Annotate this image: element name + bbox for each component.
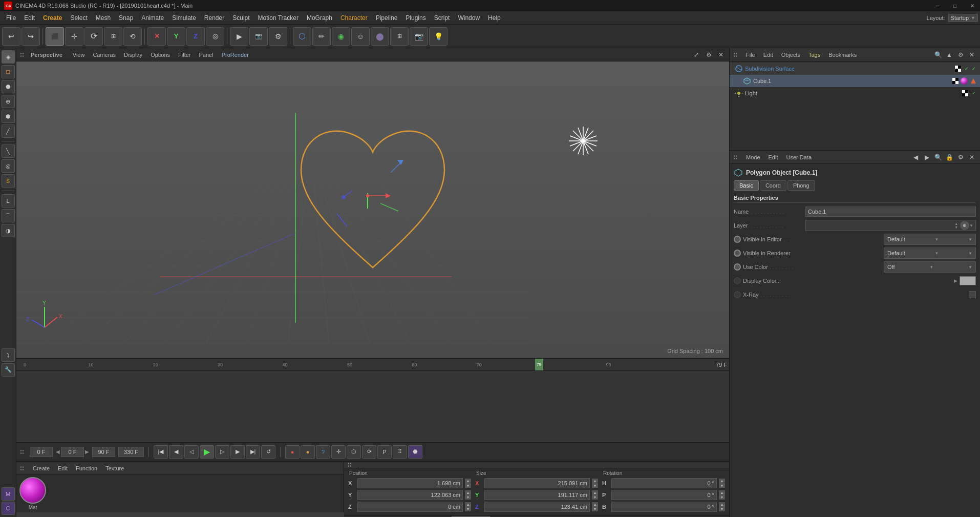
props-lock[interactable]: 🔒 [944,152,954,162]
render-settings-button[interactable]: ⚙ [269,27,287,46]
vp-menu-prorender[interactable]: ProRender [220,51,251,59]
menu-simulate[interactable]: Simulate [168,12,200,24]
object-mode-button[interactable]: ◈ [2,50,15,64]
close-button[interactable]: ✕ [965,0,980,11]
om-close[interactable]: ✕ [967,50,977,60]
transform-tool-button[interactable]: ⟲ [123,27,142,46]
menu-mesh[interactable]: Mesh [92,12,115,24]
rot-h-input[interactable] [611,478,717,488]
props-menu-userdata[interactable]: User Data [784,153,814,161]
record-all-button[interactable]: ● [301,445,315,459]
delete-key-button[interactable]: ⟳ [362,445,376,459]
move-key-button[interactable]: ✛ [331,445,346,459]
loop-button[interactable]: ↺ [261,445,275,459]
rot-h-up[interactable]: ▲ [719,479,725,483]
polygon-mode-button[interactable]: ⬣ [2,80,15,93]
size-y-down[interactable]: ▼ [592,495,598,500]
go-to-end-button[interactable]: ▶| [246,445,260,459]
props-close[interactable]: ✕ [967,152,977,162]
viewport[interactable]: Perspective View Cameras Display Options… [16,48,729,358]
size-x-down[interactable]: ▼ [592,483,598,488]
om-menu-edit[interactable]: Edit [761,51,775,59]
extra-1[interactable]: M [2,487,15,501]
obj-row-subdivision[interactable]: Subdivision Surface ✓ ✓ [730,63,980,75]
om-menu-objects[interactable]: Objects [779,51,802,59]
magnet-tool[interactable]: ◎ [2,159,15,173]
rot-b-down[interactable]: ▼ [719,507,725,511]
undo-button[interactable]: ↩ [2,27,20,46]
vp-settings[interactable]: ⚙ [704,50,714,60]
props-visible-editor-dropdown[interactable]: Default ▼ [884,234,976,245]
pos-y-down[interactable]: ▼ [465,495,471,500]
live-selection-button[interactable]: ⬢ [2,110,15,123]
menu-snap[interactable]: Snap [115,12,137,24]
display-color-swatch[interactable] [960,276,976,285]
pos-x-up[interactable]: ▲ [465,479,471,483]
om-nav-up[interactable]: ▲ [944,50,954,60]
size-y-input[interactable] [484,490,590,500]
size-x-input[interactable] [484,478,590,488]
scale-tool-button[interactable]: ⊞ [104,27,122,46]
menu-character[interactable]: Character [336,12,372,24]
props-menu-mode[interactable]: Mode [744,153,762,161]
pos-y-up[interactable]: ▲ [465,490,471,495]
material-button[interactable]: ◉ [332,27,350,46]
brush-tool[interactable]: ⌒ [2,209,15,222]
rot-b-input[interactable] [611,502,717,512]
obj-row-light[interactable]: Light ✓ [730,87,980,99]
rot-p-down[interactable]: ▼ [719,495,725,500]
visible-renderer-radio[interactable] [734,250,741,257]
size-z-up[interactable]: ▲ [592,502,598,507]
vp-menu-filter[interactable]: Filter [176,51,193,59]
frame-current-input[interactable] [61,447,84,457]
menu-render[interactable]: Render [200,12,228,24]
rot-b-up[interactable]: ▲ [719,502,725,507]
mat-menu-edit[interactable]: Edit [56,464,70,472]
character-button[interactable]: ☺ [351,27,370,46]
snap-tool[interactable]: 🔧 [2,363,15,377]
menu-script[interactable]: Script [430,12,454,24]
prev-frame-button[interactable]: ◀ [169,445,183,459]
size-x-up[interactable]: ▲ [592,479,598,483]
vp-menu-cameras[interactable]: Cameras [91,51,118,59]
rotate-tool-button[interactable]: ⟳ [84,27,103,46]
menu-window[interactable]: Window [454,12,484,24]
next-frame-button[interactable]: ▶ [230,445,245,459]
frame-start-input[interactable] [30,447,53,457]
menu-animate[interactable]: Animate [137,12,168,24]
use-color-radio[interactable] [734,263,741,271]
frame-end-input[interactable] [92,447,115,457]
menu-sculpt[interactable]: Sculpt [228,12,253,24]
go-to-start-button[interactable]: |◀ [154,445,168,459]
extra-2[interactable]: C [2,502,15,515]
props-tab-basic[interactable]: Basic [734,180,759,191]
vp-maximize[interactable]: ⤢ [691,50,701,60]
display-button[interactable]: ⊞ [390,27,409,46]
props-name-input[interactable] [805,206,976,217]
play-button[interactable]: ▶ [230,27,248,46]
menu-motion-tracker[interactable]: Motion Tracker [254,12,303,24]
keying-button[interactable]: ⠿ [393,445,407,459]
props-use-color-dropdown[interactable]: Off ▼ [884,261,976,273]
move-tool-button[interactable]: ✛ [65,27,83,46]
select-tool-button[interactable]: ⬛ [46,27,64,46]
flow-tool[interactable]: ⤵ [2,348,15,362]
mat-menu-create[interactable]: Create [31,464,52,472]
edge-mode-button[interactable]: ⊡ [2,65,15,78]
props-search[interactable]: 🔍 [933,152,943,162]
menu-edit[interactable]: Edit [20,12,39,24]
pos-z-up[interactable]: ▲ [465,502,471,507]
frame-preview-input[interactable] [118,447,144,457]
help-button[interactable]: ? [316,445,330,459]
sculpt-button[interactable]: ⬤ [371,27,389,46]
om-search-icon[interactable]: 🔍 [933,50,943,60]
knife-tool[interactable]: ╲ [2,144,15,158]
vp-menu-display[interactable]: Display [122,51,144,59]
menu-pipeline[interactable]: Pipeline [372,12,402,24]
next-key-button[interactable]: ▷ [215,445,229,459]
props-visible-renderer-dropdown[interactable]: Default ▼ [884,247,976,259]
line-tool[interactable]: L [2,194,15,208]
rot-h-down[interactable]: ▼ [719,483,725,488]
axis-y-button[interactable]: Y [167,27,185,46]
pen-tool-button[interactable]: ✏ [312,27,331,46]
